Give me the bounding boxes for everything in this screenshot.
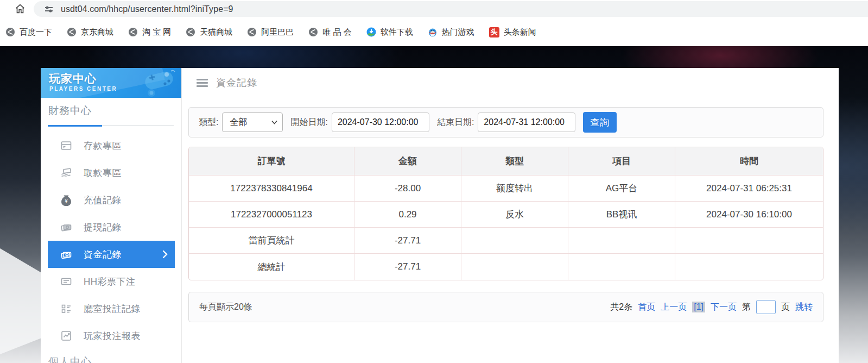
current-page-indicator: [1]: [692, 302, 705, 312]
cell-time: 2024-07-31 06:25:31: [675, 176, 823, 201]
bookmark-label: 软件下载: [381, 27, 413, 37]
bookmark-vip[interactable]: 唯 品 会: [308, 27, 351, 37]
sidebar-item-deposit[interactable]: 存款專區: [41, 132, 182, 159]
cell-empty: [675, 228, 823, 253]
cell-amount: -27.71: [354, 254, 461, 280]
cell-empty: [461, 254, 568, 280]
sidebar-item-recharge-record[interactable]: ¥ 充值記錄: [41, 186, 182, 214]
bookmark-label: 百度一下: [20, 27, 52, 37]
recharge-icon: ¥: [60, 194, 72, 206]
bookmark-label: 京东商城: [81, 27, 113, 37]
sidebar-section-next-clipped: 個人中心: [48, 355, 92, 363]
bookmark-jd[interactable]: 京东商城: [67, 27, 113, 37]
sidebar-item-hh-lottery-bet[interactable]: HH彩票下注: [41, 268, 182, 295]
type-select[interactable]: 全部: [222, 112, 283, 132]
bookmark-label: 阿里巴巴: [261, 27, 294, 37]
cell-item: AG平台: [568, 176, 675, 201]
penguin-icon: [428, 27, 438, 37]
globe-icon: [5, 27, 15, 37]
withdraw-icon: [60, 167, 72, 179]
jump-page-input[interactable]: [756, 300, 776, 314]
cell-order-no: 1722378330841964: [189, 176, 354, 201]
filter-bar: 類型: 全部 開始日期: 結束日期: 查詢: [188, 107, 823, 137]
sidebar-item-label: HH彩票下注: [84, 276, 136, 288]
bookmark-tmall[interactable]: 天猫商城: [186, 27, 232, 37]
total-count-text: 共2条: [610, 302, 632, 313]
gamepad-icon: [135, 69, 178, 97]
svg-text:¥: ¥: [65, 198, 67, 204]
cell-amount: -28.00: [354, 176, 461, 201]
sidebar-item-label: 充值記錄: [84, 194, 122, 206]
bookmark-software-download[interactable]: 软件下载: [366, 27, 413, 37]
page-size-text: 每頁顯示20條: [199, 302, 252, 313]
url-text[interactable]: usdt04.com/hhcp/usercenter.html?iniType=…: [61, 4, 233, 14]
sidebar-item-label: 玩家投注報表: [84, 330, 141, 342]
content-header: 資金記錄: [197, 76, 257, 89]
lottery-icon: [60, 276, 72, 287]
chevron-down-icon: [271, 120, 277, 124]
start-date-input[interactable]: [332, 112, 429, 132]
jump-button[interactable]: 跳转: [795, 302, 813, 313]
end-date-input[interactable]: [478, 112, 575, 132]
sidebar-item-withdraw[interactable]: 取款專區: [41, 159, 182, 186]
start-date-label: 開始日期:: [290, 117, 327, 128]
cell-order-no: 1722327000051123: [189, 202, 354, 227]
bookmarks-bar: 百度一下 京东商城 淘 宝 网 天猫商城 阿里巴巴 唯 品 会 软件下载 热门: [0, 18, 868, 46]
site-settings-icon[interactable]: [44, 4, 54, 14]
cell-empty: [675, 254, 823, 280]
main-content: 資金記錄 類型: 全部 開始日期: 結束日期: 查詢 訂單號 金額 類型 項目 …: [182, 68, 839, 363]
sidebar-item-label: 取款專區: [84, 167, 122, 179]
prev-page-link[interactable]: 上一页: [661, 302, 687, 313]
bookmark-hot-games[interactable]: 热门游戏: [428, 27, 474, 37]
chevron-right-icon: [162, 250, 168, 259]
globe-icon: [67, 27, 77, 37]
end-date-label: 結束日期:: [437, 117, 474, 128]
globe-icon: [186, 27, 195, 37]
table-header-row: 訂單號 金額 類型 項目 時間: [189, 147, 823, 176]
sidebar-section-finance: 財務中心: [48, 104, 92, 118]
header-order-no: 訂單號: [189, 147, 354, 175]
bookmark-baidu[interactable]: 百度一下: [5, 27, 52, 37]
menu-toggle-icon[interactable]: [197, 79, 208, 87]
sidebar-item-label: 存款專區: [84, 140, 122, 152]
table-row-page-total: 當前頁統計 -27.71: [189, 228, 823, 254]
globe-icon: [308, 27, 318, 37]
cell-empty: [568, 254, 675, 280]
cell-amount: -27.71: [354, 228, 461, 253]
type-select-value: 全部: [230, 117, 247, 128]
header-time: 時間: [675, 147, 823, 175]
sidebar-item-player-bet-report[interactable]: 玩家投注報表: [41, 322, 182, 349]
sidebar-item-cashout-record[interactable]: 提現記錄: [41, 214, 182, 241]
sidebar-item-hall-bet-record[interactable]: 廳室投註記錄: [41, 295, 182, 322]
search-button[interactable]: 查詢: [583, 112, 617, 133]
table-row: 1722327000051123 0.29 反水 BB视讯 2024-07-30…: [189, 202, 823, 228]
cell-label: 總統計: [189, 254, 354, 280]
cell-time: 2024-07-30 16:10:00: [675, 202, 823, 227]
sidebar: 玩家中心 PLAYERS CENTER 財務中心 存款專區 取款專區: [41, 68, 182, 363]
address-bar[interactable]: usdt04.com/hhcp/usercenter.html?iniType=…: [34, 1, 868, 17]
page-title: 資金記錄: [216, 76, 257, 89]
bookmark-alibaba[interactable]: 阿里巴巴: [247, 27, 294, 37]
sidebar-title: 玩家中心: [49, 71, 97, 86]
header-type: 類型: [461, 147, 568, 175]
sidebar-subtitle: PLAYERS CENTER: [49, 86, 117, 92]
next-page-link[interactable]: 下一页: [711, 302, 737, 313]
first-page-link[interactable]: 首页: [638, 302, 655, 313]
globe-icon: [247, 27, 257, 37]
cell-empty: [461, 228, 568, 253]
bookmark-label: 热门游戏: [442, 27, 474, 37]
hall-record-icon: [60, 303, 72, 315]
funds-table: 訂單號 金額 類型 項目 時間 1722378330841964 -28.00 …: [188, 147, 823, 280]
cell-type: 额度转出: [461, 176, 568, 201]
pager: 共2条 首页 上一页 [1] 下一页 第 页 跳转: [610, 300, 813, 314]
sidebar-item-funds-record[interactable]: 資金記錄: [48, 241, 175, 268]
bookmark-taobao[interactable]: 淘 宝 网: [128, 27, 171, 37]
toutiao-icon: 头: [489, 27, 499, 37]
screen: usdt04.com/hhcp/usercenter.html?iniType=…: [0, 0, 868, 363]
bookmark-toutiao-news[interactable]: 头 头条新闻: [489, 27, 536, 37]
jump-prefix-text: 第: [742, 302, 751, 313]
sidebar-menu: 存款專區 取款專區 ¥ 充值記錄 提現記錄: [41, 132, 182, 349]
home-icon[interactable]: [14, 3, 26, 15]
pagination-bar: 每頁顯示20條 共2条 首页 上一页 [1] 下一页 第 页 跳转: [188, 292, 823, 322]
table-row-grand-total: 總統計 -27.71: [189, 254, 823, 280]
